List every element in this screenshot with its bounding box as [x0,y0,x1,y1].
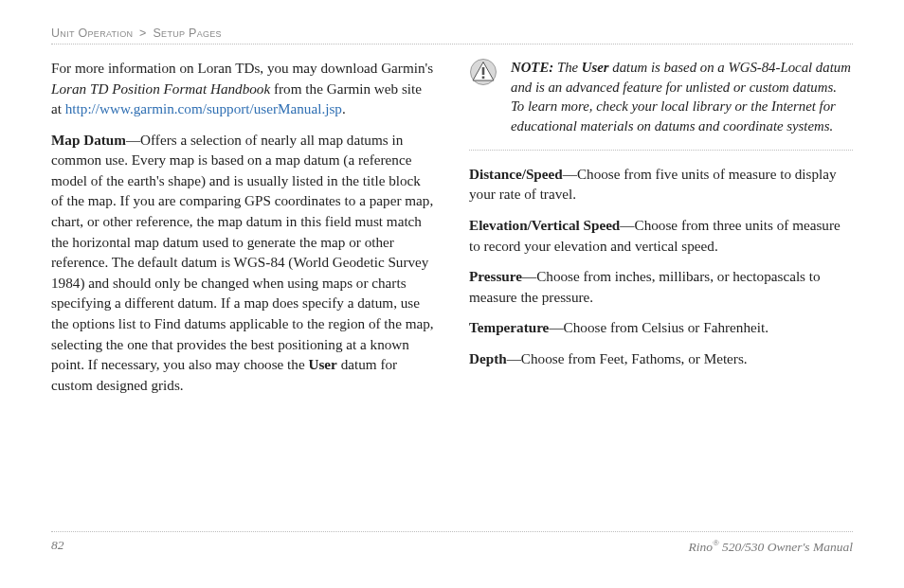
warning-icon [469,58,497,136]
right-column: NOTE: The User datum is based on a WGS-8… [469,58,853,405]
manual-page: Unit Operation > Setup Pages For more in… [0,0,904,588]
breadcrumb-section: Unit Operation [51,27,133,40]
temperature-label: Temperature [469,319,549,335]
intro-text-pre: For more information on Loran TDs, you m… [51,60,433,76]
temperature-body: —Choose from Celsius or Fahrenheit. [549,319,768,335]
breadcrumb-separator: > [139,27,147,40]
note-label: NOTE: [511,60,553,75]
pressure-item: Pressure—Choose from inches, millibars, … [469,266,853,307]
left-column: For more information on Loran TDs, you m… [51,58,435,405]
depth-body: —Choose from Feet, Fathoms, or Meters. [507,350,748,366]
breadcrumb: Unit Operation > Setup Pages [51,27,853,45]
garmin-support-link[interactable]: http://www.garmin.com/support/userManual… [65,100,342,116]
map-datum-paragraph: Map Datum—Offers a selection of nearly a… [51,130,435,396]
map-datum-user-word: User [308,356,336,372]
page-number: 82 [51,538,64,555]
map-datum-label: Map Datum [51,132,126,148]
registered-mark: ® [713,538,719,547]
elevation-speed-label: Elevation/Vertical Speed [469,217,620,233]
pressure-body: —Choose from inches, millibars, or hecto… [469,268,821,305]
elevation-speed-item: Elevation/Vertical Speed—Choose from thr… [469,215,853,256]
note-pre: The [553,60,582,75]
breadcrumb-subsection: Setup Pages [153,27,221,40]
page-footer: 82 Rino® 520/530 Owner's Manual [51,531,853,555]
svg-rect-2 [482,67,485,75]
footer-product-name: Rino [688,539,713,553]
footer-product-rest: 520/530 Owner's Manual [719,539,853,553]
depth-label: Depth [469,350,507,366]
distance-speed-item: Distance/Speed—Choose from five units of… [469,164,853,205]
footer-product: Rino® 520/530 Owner's Manual [688,538,853,555]
note-box: NOTE: The User datum is based on a WGS-8… [469,58,853,151]
intro-handbook-title: Loran TD Position Format Handbook [51,80,270,97]
note-user-word: User [582,60,609,75]
temperature-item: Temperature—Choose from Celsius or Fahre… [469,317,853,338]
intro-text-post: . [342,100,346,116]
note-text: NOTE: The User datum is based on a WGS-8… [511,58,853,136]
content-columns: For more information on Loran TDs, you m… [51,58,853,405]
depth-item: Depth—Choose from Feet, Fathoms, or Mete… [469,348,853,369]
intro-paragraph: For more information on Loran TDs, you m… [51,58,435,119]
map-datum-body-1: —Offers a selection of nearly all map da… [51,132,434,372]
distance-speed-label: Distance/Speed [469,166,563,182]
pressure-label: Pressure [469,268,522,284]
svg-rect-3 [482,77,485,80]
